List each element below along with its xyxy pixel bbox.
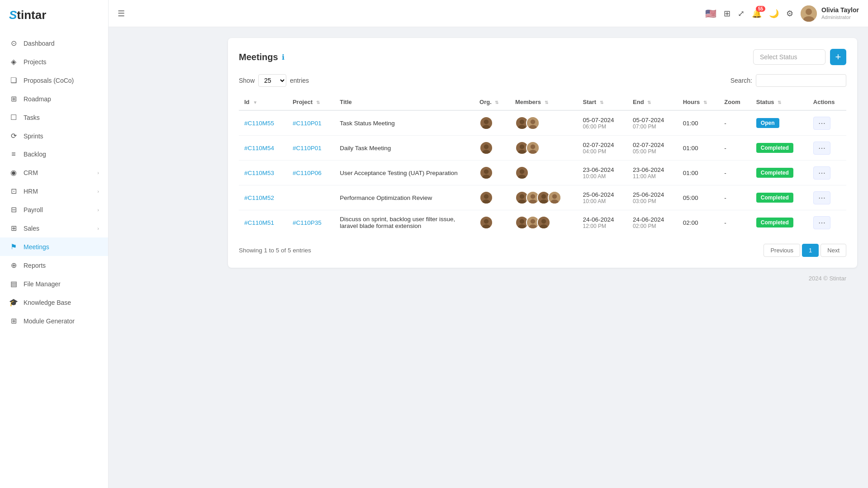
info-icon[interactable]: ℹ: [282, 53, 285, 62]
chevron-right-icon: ›: [97, 226, 99, 231]
cell-status: Completed: [751, 161, 808, 185]
cell-hours: 05:00: [678, 185, 719, 210]
sidebar-item-icon: ≡: [9, 150, 18, 158]
sidebar-item-label: Backlog: [24, 151, 46, 158]
cell-status: Completed: [751, 210, 808, 235]
sidebar-item-tasks[interactable]: ☐ Tasks: [0, 108, 108, 127]
sidebar-item-label: Projects: [24, 58, 47, 66]
status-select[interactable]: Select Status Open Completed: [753, 49, 825, 65]
sidebar-item-proposals[interactable]: ❏ Proposals (CoCo): [0, 71, 108, 90]
org-avatar: [479, 191, 493, 204]
theme-icon[interactable]: 🌙: [769, 9, 779, 19]
header-actions: Select Status Open Completed +: [753, 49, 846, 65]
cell-zoom: -: [719, 161, 751, 185]
cell-org: [474, 110, 510, 136]
sidebar-item-payroll[interactable]: ⊟ Payroll ›: [0, 200, 108, 219]
sidebar-item-module-generator[interactable]: ⊞ Module Generator: [0, 312, 108, 330]
member-avatar-group: [515, 116, 572, 130]
sidebar-item-label: Proposals (CoCo): [24, 77, 74, 84]
page-1-button[interactable]: 1: [802, 244, 819, 257]
sidebar-item-meetings[interactable]: ⚑ Meetings: [0, 237, 108, 256]
col-id[interactable]: Id ▼: [239, 94, 287, 110]
col-status[interactable]: Status ⇅: [751, 94, 808, 110]
sidebar-item-crm[interactable]: ◉ CRM ›: [0, 163, 108, 182]
col-org[interactable]: Org. ⇅: [474, 94, 510, 110]
sidebar-item-label: HRM: [24, 188, 38, 195]
search-input[interactable]: [756, 74, 846, 87]
sidebar-item-roadmap[interactable]: ⊞ Roadmap: [0, 90, 108, 108]
row-action-button[interactable]: ⋯: [813, 166, 830, 180]
sidebar-item-backlog[interactable]: ≡ Backlog: [0, 145, 108, 163]
app-logo: Stintar: [9, 8, 46, 22]
sidebar-item-left: ⊞ Roadmap: [9, 95, 51, 103]
row-action-button[interactable]: ⋯: [813, 117, 830, 130]
org-avatar-group: [479, 216, 504, 229]
next-page-button[interactable]: Next: [821, 244, 846, 257]
cell-start: 25-06-202410:00 AM: [578, 185, 628, 210]
col-title: Title: [334, 94, 474, 110]
svg-point-19: [531, 144, 535, 149]
project-link[interactable]: #C110P35: [293, 219, 322, 226]
table-head: Id ▼ Project ⇅ Title Org. ⇅ Members ⇅ St…: [239, 94, 846, 110]
pagination-buttons: Previous 1 Next: [764, 244, 846, 257]
sidebar-item-label: Knowledge Base: [24, 299, 71, 306]
search-label: Search:: [730, 77, 752, 84]
project-link[interactable]: #C110P01: [293, 145, 322, 152]
add-meeting-button[interactable]: +: [830, 49, 846, 65]
cell-hours: 01:00: [678, 161, 719, 185]
cell-actions: ⋯: [808, 110, 846, 136]
chevron-right-icon: ›: [97, 170, 99, 175]
col-hours[interactable]: Hours ⇅: [678, 94, 719, 110]
language-flag-icon[interactable]: 🇺🇸: [705, 8, 716, 19]
svg-point-37: [541, 194, 546, 199]
showing-entries-text: Showing 1 to 5 of 5 entries: [239, 247, 311, 254]
cell-end: 05-07-202407:00 PM: [627, 110, 678, 136]
svg-point-46: [520, 219, 524, 223]
sidebar-item-icon: ⊕: [9, 261, 18, 270]
cell-project: #C110P06: [287, 161, 334, 185]
meeting-id-link[interactable]: #C110M54: [244, 145, 274, 152]
meeting-id-link[interactable]: #C110M53: [244, 170, 274, 176]
sidebar-item-left: ◈ Projects: [9, 57, 47, 66]
sidebar-item-hrm[interactable]: ⊡ HRM ›: [0, 182, 108, 200]
cell-end: 02-07-202405:00 PM: [627, 136, 678, 161]
sidebar-item-projects[interactable]: ◈ Projects: [0, 52, 108, 71]
svg-point-10: [531, 119, 535, 124]
row-action-button[interactable]: ⋯: [813, 216, 830, 229]
user-profile[interactable]: Olivia Taylor Administrator: [801, 5, 859, 22]
settings-icon[interactable]: ⚙: [786, 9, 793, 19]
col-end[interactable]: End ⇅: [627, 94, 678, 110]
sidebar-item-dashboard[interactable]: ⊙ Dashboard: [0, 34, 108, 52]
project-link[interactable]: #C110P06: [293, 170, 322, 176]
sidebar-item-file-manager[interactable]: ▤ File Manager: [0, 275, 108, 293]
sidebar-item-knowledge-base[interactable]: 🎓 Knowledge Base: [0, 293, 108, 312]
project-link[interactable]: #C110P01: [293, 120, 322, 127]
expand-icon[interactable]: ⤢: [738, 9, 745, 19]
meeting-id-link[interactable]: #C110M55: [244, 120, 274, 127]
entries-per-page-select[interactable]: 25 10 50 100: [258, 74, 286, 87]
cell-actions: ⋯: [808, 185, 846, 210]
col-members[interactable]: Members ⇅: [510, 94, 578, 110]
col-project[interactable]: Project ⇅: [287, 94, 334, 110]
notification-icon[interactable]: 🔔 55: [752, 9, 762, 19]
sidebar-item-sprints[interactable]: ⟳ Sprints: [0, 127, 108, 145]
table-row: #C110M52 Performance Optimization Review…: [239, 185, 846, 210]
previous-page-button[interactable]: Previous: [764, 244, 800, 257]
menu-toggle-icon[interactable]: ☰: [118, 9, 125, 19]
row-action-button[interactable]: ⋯: [813, 142, 830, 155]
row-action-button[interactable]: ⋯: [813, 191, 830, 204]
apps-icon[interactable]: ⊞: [724, 9, 730, 19]
col-start[interactable]: Start ⇅: [578, 94, 628, 110]
sidebar-logo: Stintar: [0, 0, 108, 30]
sidebar-item-sales[interactable]: ⊞ Sales ›: [0, 219, 108, 237]
sidebar-item-reports[interactable]: ⊕ Reports: [0, 256, 108, 275]
cell-members: [510, 161, 578, 185]
sidebar-item-label: Sales: [24, 225, 39, 232]
show-label: Show: [239, 77, 255, 84]
meeting-id-link[interactable]: #C110M52: [244, 194, 274, 201]
sidebar-item-left: ⊙ Dashboard: [9, 39, 55, 47]
cell-zoom: -: [719, 210, 751, 235]
meeting-id-link[interactable]: #C110M51: [244, 219, 274, 226]
page-footer: 2024 © Stintar: [228, 268, 857, 285]
sidebar-item-icon: ⊞: [9, 224, 18, 232]
